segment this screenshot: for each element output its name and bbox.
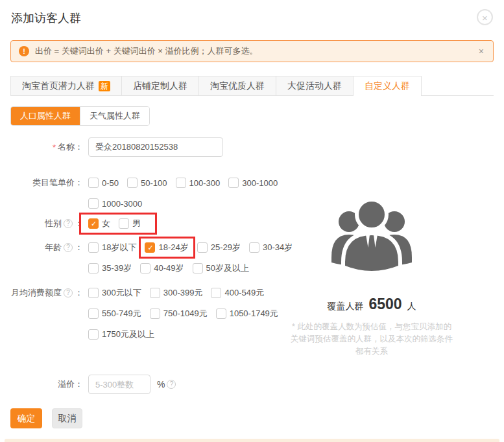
checkbox[interactable] [88,242,99,253]
custom-audience-subtabs: 人口属性人群 天气属性人群 [10,106,150,126]
checkbox[interactable] [216,308,226,319]
checkbox-option-50-100[interactable]: 50-100 [127,178,167,188]
checkbox-option-35-39[interactable]: 35-39岁 [88,262,132,274]
tab-taobao-homepage-potential[interactable]: 淘宝首页潜力人群 新 [10,76,122,95]
checkbox-option-50-plus[interactable]: 50岁及以上 [193,262,249,274]
tab-promotion-event[interactable]: 大促活动人群 [276,76,354,95]
gender-highlight-box: 女 男 [79,213,157,235]
premium-input[interactable] [88,375,150,394]
subtab-demographic[interactable]: 人口属性人群 [11,107,80,125]
name-row: * 名称： [10,137,223,157]
tab-custom-audience[interactable]: 自定义人群 [353,76,422,96]
checkbox-label: 40-49岁 [154,262,184,274]
checkbox[interactable] [176,178,186,188]
checkbox-option-under-18[interactable]: 18岁以下 [88,242,136,253]
colon: ： [75,287,83,299]
checkbox[interactable] [88,263,99,273]
checkbox-label: 100-300 [189,178,221,188]
checkbox-label: 50岁及以上 [206,262,249,274]
gender-row: 性别 ? ： 女 男 [10,216,157,231]
checkbox-label: 18岁以下 [102,242,136,253]
age-row: 年龄 ? ： 18岁以下 18-24岁 25-29岁 [10,240,301,275]
name-label: * 名称： [10,141,83,153]
checkbox[interactable] [228,178,239,188]
checkbox[interactable] [88,178,99,188]
checkbox[interactable] [193,263,203,273]
notice-close-icon[interactable]: × [477,46,485,56]
cancel-button[interactable]: 取消 [52,408,82,428]
tab-label: 大促活动人群 [287,80,342,92]
checkbox[interactable] [197,242,208,253]
coverage-note-line: * 此处的覆盖人数为预估值，与您宝贝添加的 [287,321,456,333]
dialog-close-icon[interactable]: × [477,9,493,25]
checkbox-label: 300-399元 [163,287,203,299]
coverage-count: 覆盖人群 6500 人 [287,296,456,313]
checkbox[interactable] [88,218,99,229]
checkbox-option-male[interactable]: 男 [119,218,141,229]
checkbox-option-300-1000[interactable]: 300-1000 [228,178,278,188]
people-group-icon [329,193,414,275]
checkbox-option-300-399[interactable]: 300-399元 [150,287,203,299]
checkbox[interactable] [150,308,160,319]
coverage-label: 覆盖人群 [328,301,364,311]
subtab-label: 人口属性人群 [20,111,71,121]
checkbox-option-40-49[interactable]: 40-49岁 [140,262,184,274]
checkbox-option-550-749[interactable]: 550-749元 [88,308,141,320]
checkbox-option-female[interactable]: 女 [88,218,110,229]
subtab-label: 天气属性人群 [90,111,140,121]
checkbox[interactable] [119,218,129,229]
premium-label: 溢价： [10,378,83,390]
checkbox-option-under-300[interactable]: 300元以下 [88,287,141,299]
checkbox[interactable] [127,178,138,188]
checkbox-label: 35-39岁 [102,262,132,274]
audience-name-input[interactable] [88,137,223,157]
monthly-spend-help-icon[interactable]: ? [64,288,73,297]
checkbox[interactable] [88,329,99,340]
coverage-note-line: 关键词预估覆盖的人群，以及本次的筛选条件 [287,333,456,345]
checkbox-option-1750-plus[interactable]: 1750元及以上 [88,329,154,340]
age-help-icon[interactable]: ? [64,243,73,252]
monthly-spend-label: 月均消费额度 ? ： [10,286,83,300]
checkbox-option-100-300[interactable]: 100-300 [176,178,221,188]
checkbox-label: 50-100 [141,178,167,188]
checkbox-option-400-549[interactable]: 400-549元 [211,287,264,299]
checkbox-label: 300-1000 [242,178,278,188]
tab-taobao-quality[interactable]: 淘宝优质人群 [198,76,276,95]
checkbox-option-1000-3000[interactable]: 1000-3000 [88,198,142,209]
coverage-value: 6500 [368,296,402,312]
age-label-text: 年龄 [45,242,62,253]
checkbox-label: 750-1049元 [163,308,208,320]
page-background-strip [5,439,499,442]
checkbox-label: 550-749元 [102,308,141,320]
confirm-button[interactable]: 确定 [10,408,42,428]
checkbox[interactable] [249,242,259,253]
checkbox[interactable] [145,242,155,253]
checkbox-label: 男 [132,218,141,229]
premium-help-icon[interactable]: ? [167,380,176,389]
tab-label: 淘宝首页潜力人群 [22,80,95,92]
checkbox-label: 1750元及以上 [102,329,154,340]
checkbox-option-750-1049[interactable]: 750-1049元 [150,308,208,320]
gender-label-text: 性别 [45,218,62,229]
checkbox[interactable] [150,288,160,298]
subtab-weather[interactable]: 天气属性人群 [80,107,149,125]
checkbox[interactable] [140,263,150,273]
checkbox[interactable] [211,288,221,298]
page-title: 添加访客人群 [11,10,81,26]
checkbox[interactable] [88,288,99,298]
checkbox[interactable] [88,198,99,209]
checkbox-option-25-29[interactable]: 25-29岁 [197,242,241,253]
premium-label-text: 溢价： [58,378,83,390]
coverage-note: * 此处的覆盖人数为预估值，与您宝贝添加的 关键词预估覆盖的人群，以及本次的筛选… [287,321,456,358]
gender-help-icon[interactable]: ? [64,219,73,228]
checkbox[interactable] [88,308,99,319]
checkbox-option-0-50[interactable]: 0-50 [88,178,119,188]
alert-icon: ! [19,46,29,56]
checkbox-option-18-24[interactable]: 18-24岁 [139,237,195,259]
checkbox-option-30-34[interactable]: 30-34岁 [249,242,293,253]
checkbox-option-1050-1749[interactable]: 1050-1749元 [216,308,278,320]
add-visitor-audience-dialog: 添加访客人群 × ! 出价 = 关键词出价 + 关键词出价 × 溢价比例；人群可… [0,0,504,442]
checkbox-label: 300元以下 [102,287,141,299]
tab-shop-custom[interactable]: 店铺定制人群 [121,76,199,95]
gender-label: 性别 ? ： [10,216,83,231]
